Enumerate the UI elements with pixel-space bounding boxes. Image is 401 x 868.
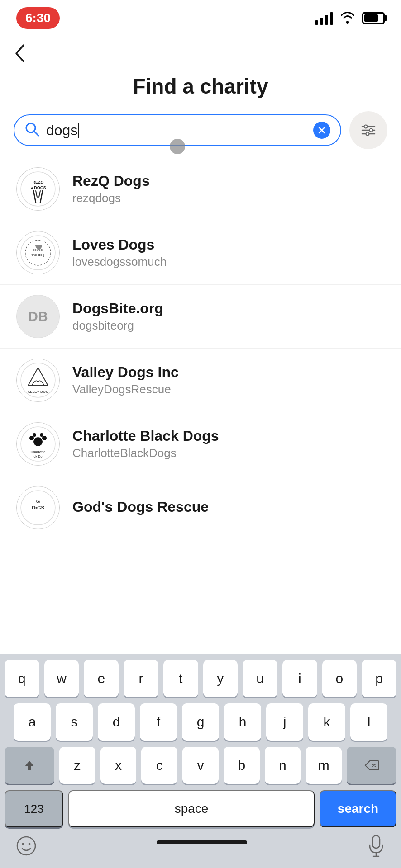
key-g[interactable]: g xyxy=(182,703,219,741)
keyboard-rows: q w e r t y u i o p a s d f g h j k l xyxy=(0,654,401,784)
list-item[interactable]: loves the dog Loves Dogs lovesdogssomuch xyxy=(0,221,401,285)
touch-indicator xyxy=(170,139,185,154)
svg-point-26 xyxy=(33,433,36,437)
space-key[interactable]: space xyxy=(68,790,315,827)
charity-handle: lovesdogssomuch xyxy=(72,255,385,269)
charity-info: God's Dogs Rescue xyxy=(72,499,385,517)
key-l[interactable]: l xyxy=(350,703,387,741)
charity-name: Loves Dogs xyxy=(72,236,385,253)
search-input[interactable]: dogs xyxy=(46,122,309,139)
svg-rect-36 xyxy=(372,835,380,848)
key-q[interactable]: q xyxy=(5,660,39,697)
avatar: REZQ ▲DOGS xyxy=(16,167,60,211)
avatar: G D•GS xyxy=(16,486,60,529)
key-c[interactable]: c xyxy=(141,747,177,784)
charity-name: God's Dogs Rescue xyxy=(72,499,385,515)
key-a[interactable]: a xyxy=(14,703,51,741)
avatar: Charlotte ck Do xyxy=(16,422,60,466)
keyboard-bottom-row: 123 space search xyxy=(0,790,401,832)
key-h[interactable]: h xyxy=(224,703,261,741)
svg-text:the dog: the dog xyxy=(32,253,45,257)
home-indicator xyxy=(157,840,247,844)
list-item[interactable]: G D•GS God's Dogs Rescue xyxy=(0,476,401,539)
key-y[interactable]: y xyxy=(203,660,238,697)
avatar: DB xyxy=(16,295,60,338)
svg-text:▲DOGS: ▲DOGS xyxy=(30,185,46,190)
charity-name: RezQ Dogs xyxy=(72,173,385,189)
list-item[interactable]: ALLEY DOG Valley Dogs Inc ValleyDogsResc… xyxy=(0,349,401,412)
svg-text:ALLEY DOG: ALLEY DOG xyxy=(28,390,49,394)
svg-point-24 xyxy=(29,436,34,440)
svg-point-5 xyxy=(364,125,368,128)
search-row: dogs xyxy=(0,111,401,149)
keyboard-extras xyxy=(0,832,401,868)
key-e[interactable]: e xyxy=(84,660,119,697)
shift-key[interactable] xyxy=(5,747,54,784)
keyboard-row-2: a s d f g h j k l xyxy=(5,703,396,741)
key-z[interactable]: z xyxy=(59,747,95,784)
list-item[interactable]: DB DogsBite.org dogsbiteorg xyxy=(0,285,401,349)
microphone-button[interactable] xyxy=(368,835,385,859)
key-i[interactable]: i xyxy=(282,660,317,697)
charity-info: Charlotte Black Dogs CharlotteBlackDogs xyxy=(72,428,385,460)
charity-info: RezQ Dogs rezqdogs xyxy=(72,173,385,205)
key-w[interactable]: w xyxy=(44,660,79,697)
status-bar: 6:30 xyxy=(0,0,401,36)
key-s[interactable]: s xyxy=(56,703,93,741)
list-item[interactable]: Charlotte ck Do Charlotte Black Dogs Cha… xyxy=(0,412,401,476)
key-v[interactable]: v xyxy=(182,747,219,784)
svg-point-33 xyxy=(17,837,35,855)
key-u[interactable]: u xyxy=(243,660,277,697)
key-d[interactable]: d xyxy=(98,703,135,741)
key-t[interactable]: t xyxy=(163,660,198,697)
key-f[interactable]: f xyxy=(140,703,177,741)
keyboard-row-1: q w e r t y u i o p xyxy=(5,660,396,697)
charity-info: Loves Dogs lovesdogssomuch xyxy=(72,236,385,269)
numbers-key[interactable]: 123 xyxy=(5,790,63,827)
svg-point-23 xyxy=(33,437,43,446)
charity-info: Valley Dogs Inc ValleyDogsRescue xyxy=(72,364,385,396)
keyboard: q w e r t y u i o p a s d f g h j k l xyxy=(0,654,401,868)
svg-point-6 xyxy=(370,129,373,132)
status-icons xyxy=(315,11,385,25)
key-p[interactable]: p xyxy=(362,660,396,697)
results-list: REZQ ▲DOGS RezQ Dogs rezqdogs loves the … xyxy=(0,157,401,539)
key-x[interactable]: x xyxy=(100,747,137,784)
avatar: loves the dog xyxy=(16,231,60,274)
key-r[interactable]: r xyxy=(124,660,158,697)
key-j[interactable]: j xyxy=(266,703,303,741)
search-value: dogs xyxy=(46,122,77,139)
filter-button[interactable] xyxy=(349,111,387,149)
charity-handle: dogsbiteorg xyxy=(72,319,385,333)
key-k[interactable]: k xyxy=(308,703,345,741)
key-n[interactable]: n xyxy=(265,747,301,784)
svg-point-27 xyxy=(40,433,43,437)
svg-text:G: G xyxy=(36,499,40,504)
back-button[interactable] xyxy=(0,36,401,70)
signal-icon xyxy=(315,11,333,25)
svg-text:Charlotte: Charlotte xyxy=(31,450,46,454)
key-o[interactable]: o xyxy=(322,660,357,697)
search-box-wrapper: dogs xyxy=(14,114,341,146)
key-m[interactable]: m xyxy=(306,747,342,784)
search-key[interactable]: search xyxy=(320,790,396,827)
svg-point-25 xyxy=(42,436,47,440)
clear-button[interactable] xyxy=(313,122,330,139)
battery-icon xyxy=(362,12,385,24)
status-time: 6:30 xyxy=(16,7,60,29)
charity-handle: ValleyDogsRescue xyxy=(72,382,385,396)
svg-point-7 xyxy=(366,132,369,136)
search-icon xyxy=(24,122,40,139)
keyboard-row-3: z x c v b n m xyxy=(5,747,396,784)
backspace-key[interactable] xyxy=(347,747,396,784)
charity-name: Valley Dogs Inc xyxy=(72,364,385,381)
key-b[interactable]: b xyxy=(224,747,260,784)
cursor xyxy=(78,123,79,138)
charity-name: DogsBite.org xyxy=(72,300,385,317)
list-item[interactable]: REZQ ▲DOGS RezQ Dogs rezqdogs xyxy=(0,157,401,221)
emoji-button[interactable] xyxy=(16,836,36,858)
svg-text:ck Do: ck Do xyxy=(33,455,42,458)
charity-info: DogsBite.org dogsbiteorg xyxy=(72,300,385,333)
svg-text:D•GS: D•GS xyxy=(32,505,44,510)
svg-point-35 xyxy=(29,843,31,845)
